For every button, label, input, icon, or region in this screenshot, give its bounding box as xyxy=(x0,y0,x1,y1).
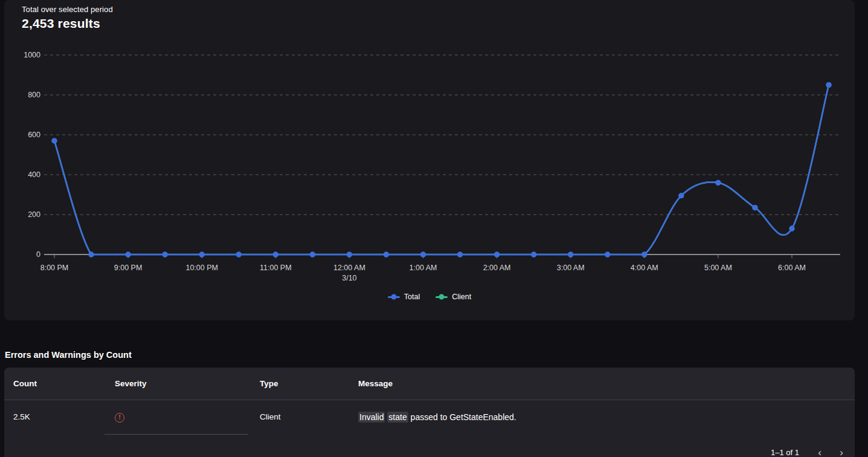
severity-cell-divider xyxy=(104,434,248,435)
pagination-label: 1–1 of 1 xyxy=(771,448,799,457)
line-chart[interactable]: 020040060080010008:00 PM9:00 PM10:00 PM1… xyxy=(4,0,855,320)
column-header-severity: Severity xyxy=(115,379,260,388)
prev-page-button[interactable]: ‹ xyxy=(812,445,827,457)
svg-text:600: 600 xyxy=(28,131,40,139)
svg-text:10:00 PM: 10:00 PM xyxy=(185,264,218,272)
svg-text:3:00 AM: 3:00 AM xyxy=(557,264,585,272)
severity-cell: ! xyxy=(115,412,260,457)
legend-item-total[interactable]: Total xyxy=(388,293,420,301)
legend-label: Total xyxy=(404,293,420,301)
svg-text:6:00 AM: 6:00 AM xyxy=(778,264,806,272)
svg-text:12:00 AM: 12:00 AM xyxy=(333,264,365,272)
chart-legend: Total Client xyxy=(4,293,855,301)
errors-table: Count Severity Type Message 2.5K ! Clien… xyxy=(4,368,855,457)
error-circle-icon: ! xyxy=(115,413,124,423)
svg-text:8:00 PM: 8:00 PM xyxy=(40,264,69,272)
svg-text:11:00 PM: 11:00 PM xyxy=(260,264,292,272)
type-cell: Client xyxy=(260,412,358,457)
table-header-row: Count Severity Type Message xyxy=(4,368,855,400)
total-series-marker-icon xyxy=(388,296,400,298)
legend-item-client[interactable]: Client xyxy=(436,293,471,301)
client-series-marker-icon xyxy=(436,296,448,298)
svg-text:200: 200 xyxy=(28,210,40,219)
legend-label: Client xyxy=(452,293,471,301)
table-title: Errors and Warnings by Count xyxy=(5,350,132,360)
column-header-count: Count xyxy=(13,379,115,388)
svg-text:1:00 AM: 1:00 AM xyxy=(410,264,437,272)
svg-text:800: 800 xyxy=(28,91,40,99)
svg-text:9:00 PM: 9:00 PM xyxy=(114,264,143,272)
column-header-type: Type xyxy=(260,379,358,388)
svg-text:0: 0 xyxy=(36,250,40,259)
svg-text:400: 400 xyxy=(28,170,40,179)
svg-text:3/10: 3/10 xyxy=(342,274,356,282)
chart-panel: Total over selected period 2,453 results… xyxy=(4,0,855,320)
table-row[interactable]: 2.5K ! Client Invalid state passed to Ge… xyxy=(4,400,855,457)
pagination: 1–1 of 1 ‹ › xyxy=(771,445,849,457)
next-page-button[interactable]: › xyxy=(834,445,849,457)
column-header-message: Message xyxy=(358,379,855,388)
svg-text:4:00 AM: 4:00 AM xyxy=(631,264,658,272)
count-cell: 2.5K xyxy=(13,412,115,457)
svg-text:5:00 AM: 5:00 AM xyxy=(704,264,732,272)
svg-text:1000: 1000 xyxy=(24,51,40,59)
svg-text:2:00 AM: 2:00 AM xyxy=(483,264,511,272)
